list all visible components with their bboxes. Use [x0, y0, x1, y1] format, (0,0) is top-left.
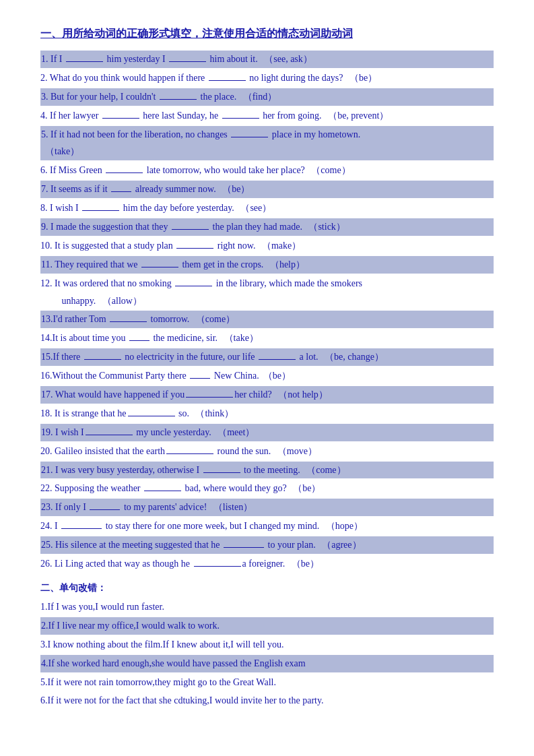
list-item: 16.Without the Communist Party there New…: [40, 367, 494, 385]
blank: [102, 118, 139, 119]
blank: [203, 472, 240, 473]
blank: [129, 340, 149, 341]
list-item: 15.If there no electricity in the future…: [40, 348, 494, 366]
hint: （see, ask）: [264, 54, 312, 64]
blank: [169, 61, 206, 62]
blank: [259, 359, 296, 360]
hint: （be）: [292, 559, 319, 569]
hint: （allow）: [102, 296, 142, 306]
list-item: 20. Galileo insisted that the earth roun…: [40, 443, 494, 460]
list-item: 1. If I him yesterday I him about it. （s…: [40, 51, 494, 68]
blank: [144, 491, 181, 491]
hint: （agree）: [322, 540, 361, 550]
blank: [141, 267, 178, 267]
list-item: 11. They required that we them get in th…: [40, 256, 494, 274]
blank: [172, 229, 209, 230]
blank: [86, 435, 133, 435]
hint: （help）: [270, 259, 305, 270]
hint: （take）: [45, 146, 79, 156]
blank: [90, 509, 120, 510]
list-item: 2. What do you think would happen if the…: [40, 69, 494, 87]
correction-item: 1.If I was you,I would run faster.: [40, 598, 494, 616]
list-item: 21. I was very busy yesterday, otherwise…: [40, 462, 494, 479]
hint: （be, change）: [325, 352, 384, 362]
list-item: 5. If it had not been for the liberation…: [40, 126, 494, 161]
list-item: 6. If Miss Green late tomorrow, who woul…: [40, 162, 494, 179]
correction-item: 4.If she worked hard enough,she would ha…: [40, 655, 494, 672]
exercise-list: 1. If I him yesterday I him about it. （s…: [40, 51, 494, 573]
section2-title: 二、单句改错：: [40, 582, 494, 594]
list-item: 8. I wish I him the day before yesterday…: [40, 199, 494, 217]
list-item: 26. Li Ling acted that way as though he …: [40, 555, 494, 573]
blank: [82, 210, 119, 211]
list-item: 17. What would have happened if youher c…: [40, 386, 494, 404]
blank: [186, 397, 233, 398]
hint: （stick）: [308, 222, 345, 232]
blank: [111, 191, 131, 192]
blank: [160, 99, 197, 100]
hint: （be, prevent）: [328, 111, 389, 121]
blank: [194, 566, 241, 567]
list-item: 10. It is suggested that a study plan ri…: [40, 237, 494, 255]
blank: [66, 61, 103, 62]
hint: （not help）: [278, 389, 328, 400]
list-item: 14.It is about time you the medicine, si…: [40, 329, 494, 347]
correction-item: 6.If it were not for the fact that she c…: [40, 692, 494, 710]
blank: [166, 453, 213, 454]
blank: [84, 359, 121, 360]
blank: [231, 137, 268, 137]
hint: （listen）: [213, 502, 253, 512]
hint: （hope）: [326, 521, 363, 531]
list-item: 19. I wish I my uncle yesterday. （meet）: [40, 424, 494, 441]
hint: （come）: [196, 314, 235, 324]
section1-title: 一、用所给动词的正确形式填空，注意使用合适的情态动词助动词: [40, 27, 494, 41]
hint: （take）: [224, 333, 259, 343]
list-item: 12. It was ordered that no smoking in th…: [40, 275, 494, 310]
hint: （come）: [306, 465, 345, 475]
correction-item: 3.I know nothing about the film.If I kne…: [40, 636, 494, 654]
list-item: 9. I made the suggestion that they the p…: [40, 218, 494, 236]
hint: （make）: [262, 241, 301, 251]
blank: [190, 378, 210, 379]
blank: [176, 248, 213, 249]
correction-item: 2.If I live near my office,I would walk …: [40, 617, 494, 635]
corrections-list: 1.If I was you,I would run faster. 2.If …: [40, 598, 494, 710]
blank: [61, 528, 102, 529]
blank: [175, 286, 212, 286]
list-item: 18. It is strange that he so. （think）: [40, 405, 494, 422]
list-item: 4. If her lawyer here last Sunday, he he…: [40, 107, 494, 125]
list-item: 7. It seems as if it already summer now.…: [40, 181, 494, 198]
list-item: 25. His silence at the meeting suggested…: [40, 536, 494, 554]
hint: （come）: [311, 165, 350, 175]
list-item: 23. If only I to my parents' advice! （li…: [40, 499, 494, 516]
blank: [224, 547, 264, 548]
list-item: 13.I'd rather Tom tomorrow. （come）: [40, 311, 494, 328]
hint: （be）: [293, 483, 321, 493]
main-container: 一、用所给动词的正确形式填空，注意使用合适的情态动词助动词 1. If I hi…: [40, 27, 494, 710]
list-item: 22. Supposing the weather bad, where wou…: [40, 480, 494, 497]
correction-item: 5.If it were not rain tomorrow,they migh…: [40, 674, 494, 691]
list-item: 24. I to stay there for one more week, b…: [40, 517, 494, 535]
hint: （be）: [263, 371, 291, 381]
hint: （think）: [195, 408, 234, 418]
hint: （meet）: [218, 427, 255, 437]
hint: （be）: [222, 184, 250, 194]
hint: （see）: [240, 203, 271, 213]
hint: （find）: [243, 92, 277, 102]
blank: [110, 321, 147, 322]
blank: [106, 172, 143, 173]
hint: （be）: [349, 73, 377, 83]
blank: [209, 80, 246, 81]
hint: （move）: [277, 446, 317, 456]
blank: [222, 118, 259, 119]
list-item: 3. But for your help, I couldn't the pla…: [40, 88, 494, 106]
blank: [128, 416, 175, 416]
